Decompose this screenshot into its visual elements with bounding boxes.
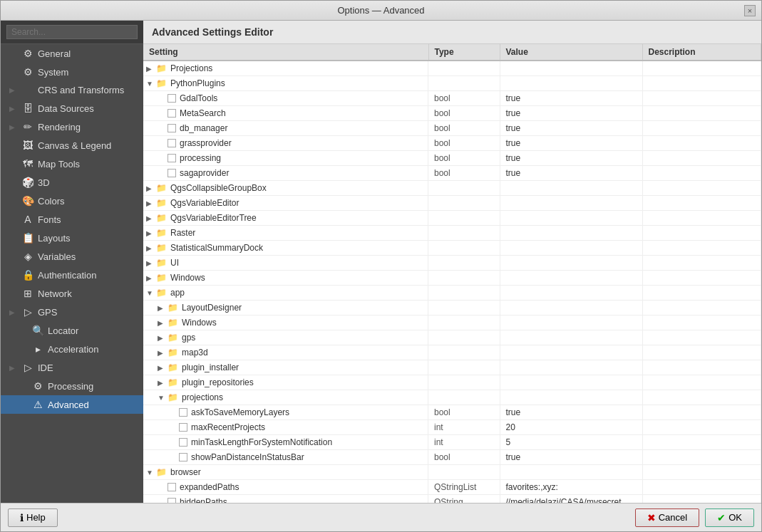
row-expand-11[interactable]: ▶: [146, 229, 155, 237]
table-row[interactable]: ▶📁QgsCollapsibleGroupBox: [143, 181, 761, 196]
row-expand-17[interactable]: ▶: [158, 319, 166, 327]
table-row[interactable]: ▼📁projections: [143, 390, 761, 405]
sidebar-item-ide[interactable]: ▶▷IDE: [1, 358, 143, 377]
checkbox-2[interactable]: [168, 94, 176, 103]
checkbox-3[interactable]: [168, 109, 176, 118]
expand-arrow-gps[interactable]: ▶: [9, 308, 18, 316]
table-row[interactable]: maxRecentProjectsint20: [143, 420, 761, 435]
sidebar-item-3d[interactable]: 🎲3D: [1, 173, 143, 192]
checkbox-23[interactable]: [179, 408, 187, 417]
sidebar-item-map-tools[interactable]: 🗺Map Tools: [1, 155, 143, 173]
sidebar-item-general[interactable]: ⚙General: [1, 44, 143, 63]
close-button[interactable]: ×: [744, 5, 756, 16]
table-row[interactable]: ▶📁Raster: [143, 226, 761, 241]
table-row[interactable]: ▶📁UI: [143, 256, 761, 271]
checkbox-4[interactable]: [168, 124, 176, 132]
table-row[interactable]: ▶📁StatisticalSummaryDock: [143, 241, 761, 256]
table-row[interactable]: db_managerbooltrue: [143, 121, 761, 136]
ok-button[interactable]: ✔ OK: [705, 508, 754, 527]
sidebar-item-processing[interactable]: ⚙Processing: [1, 377, 143, 395]
table-row[interactable]: hiddenPathsQString//media/delazj/CASA/my…: [143, 495, 761, 504]
col-value: Value: [500, 44, 642, 61]
table-row[interactable]: ▼📁app: [143, 286, 761, 301]
expand-arrow-ide[interactable]: ▶: [9, 364, 18, 372]
checkbox-24[interactable]: [179, 423, 187, 432]
sidebar-item-rendering[interactable]: ▶✏Rendering: [1, 118, 143, 136]
table-body: ▶📁Projections▼📁PythonPluginsGdalToolsboo…: [143, 61, 761, 503]
row-expand-9[interactable]: ▶: [146, 199, 155, 207]
table-row[interactable]: ▼📁PythonPlugins: [143, 76, 761, 91]
table-row[interactable]: ▶📁QgsVariableEditorTree: [143, 211, 761, 226]
sidebar-item-acceleration[interactable]: ▸Acceleration: [1, 340, 143, 358]
table-row[interactable]: sagaproviderbooltrue: [143, 166, 761, 181]
expand-arrow-crs[interactable]: ▶: [9, 86, 18, 94]
checkbox-25[interactable]: [179, 438, 187, 447]
row-name-29: hiddenPaths: [180, 497, 227, 503]
table-row[interactable]: GdalToolsbooltrue: [143, 91, 761, 106]
row-expand-1[interactable]: ▼: [146, 80, 155, 88]
row-expand-12[interactable]: ▶: [146, 244, 155, 252]
sidebar-item-locator[interactable]: 🔍Locator: [1, 321, 143, 340]
table-container[interactable]: Setting Type Value Description ▶📁Project…: [143, 44, 761, 503]
sidebar-item-layouts[interactable]: 📋Layouts: [1, 229, 143, 247]
expand-arrow-data-sources[interactable]: ▶: [9, 105, 18, 113]
table-row[interactable]: ▶📁plugin_repositories: [143, 375, 761, 390]
checkbox-28[interactable]: [168, 483, 176, 491]
table-row[interactable]: ▼📁browser: [143, 465, 761, 480]
table-row[interactable]: expandedPathsQStringListfavorites:,xyz:: [143, 480, 761, 495]
row-expand-14[interactable]: ▶: [146, 274, 155, 282]
row-expand-0[interactable]: ▶: [146, 65, 155, 73]
help-button[interactable]: ℹ Help: [8, 508, 58, 527]
row-expand-21[interactable]: ▶: [158, 379, 166, 387]
sidebar-item-advanced[interactable]: ⚠Advanced: [1, 395, 143, 414]
checkbox-7[interactable]: [168, 169, 176, 177]
checkbox-26[interactable]: [179, 453, 187, 461]
row-expand-22[interactable]: ▼: [158, 394, 166, 402]
desc-cell: [642, 315, 761, 330]
cancel-button[interactable]: ✖ Cancel: [635, 508, 699, 527]
sidebar-item-data-sources[interactable]: ▶🗄Data Sources: [1, 99, 143, 118]
table-row[interactable]: showPanDistanceInStatusBarbooltrue: [143, 450, 761, 465]
table-row[interactable]: MetaSearchbooltrue: [143, 106, 761, 121]
row-expand-10[interactable]: ▶: [146, 214, 155, 222]
sidebar-item-fonts[interactable]: AFonts: [1, 210, 143, 229]
table-row[interactable]: ▶📁map3d: [143, 345, 761, 360]
row-expand-16[interactable]: ▶: [158, 304, 166, 312]
table-row[interactable]: grassproviderbooltrue: [143, 136, 761, 151]
search-input[interactable]: [6, 25, 138, 39]
row-expand-8[interactable]: ▶: [146, 184, 155, 192]
checkbox-5[interactable]: [168, 139, 176, 147]
table-row[interactable]: processingbooltrue: [143, 151, 761, 166]
sidebar-item-canvas[interactable]: 🖼Canvas & Legend: [1, 136, 143, 155]
row-expand-15[interactable]: ▼: [146, 289, 155, 297]
sidebar-item-crs[interactable]: ▶CRS and Transforms: [1, 81, 143, 99]
table-row[interactable]: ▶📁QgsVariableEditor: [143, 196, 761, 211]
row-name-6: processing: [180, 153, 221, 163]
sidebar-item-network[interactable]: ⊞Network: [1, 284, 143, 303]
sidebar-item-variables[interactable]: ◈Variables: [1, 247, 143, 266]
checkbox-6[interactable]: [168, 154, 176, 162]
search-bar[interactable]: [1, 21, 143, 44]
desc-cell: [642, 420, 761, 435]
row-expand-27[interactable]: ▼: [146, 469, 155, 476]
sidebar-item-system[interactable]: ⚙System: [1, 63, 143, 81]
value-cell: [500, 315, 642, 330]
checkbox-29[interactable]: [168, 498, 176, 503]
sidebar-item-colors[interactable]: 🎨Colors: [1, 192, 143, 210]
table-row[interactable]: minTaskLengthForSystemNotificationint5: [143, 435, 761, 450]
row-expand-18[interactable]: ▶: [158, 334, 166, 342]
table-row[interactable]: ▶📁Windows: [143, 315, 761, 330]
table-row[interactable]: askToSaveMemoryLayersbooltrue: [143, 405, 761, 420]
row-expand-20[interactable]: ▶: [158, 364, 166, 372]
table-row[interactable]: ▶📁plugin_installer: [143, 360, 761, 375]
table-row[interactable]: ▶📁Windows: [143, 271, 761, 286]
expand-arrow-rendering[interactable]: ▶: [9, 123, 18, 131]
row-expand-19[interactable]: ▶: [158, 349, 166, 357]
table-row[interactable]: ▶📁gps: [143, 330, 761, 345]
sidebar-item-gps[interactable]: ▶▷GPS: [1, 303, 143, 321]
row-expand-13[interactable]: ▶: [146, 259, 155, 267]
sidebar-item-authentication[interactable]: 🔒Authentication: [1, 266, 143, 284]
type-cell: bool: [428, 450, 500, 465]
table-row[interactable]: ▶📁LayoutDesigner: [143, 301, 761, 315]
table-row[interactable]: ▶📁Projections: [143, 61, 761, 76]
